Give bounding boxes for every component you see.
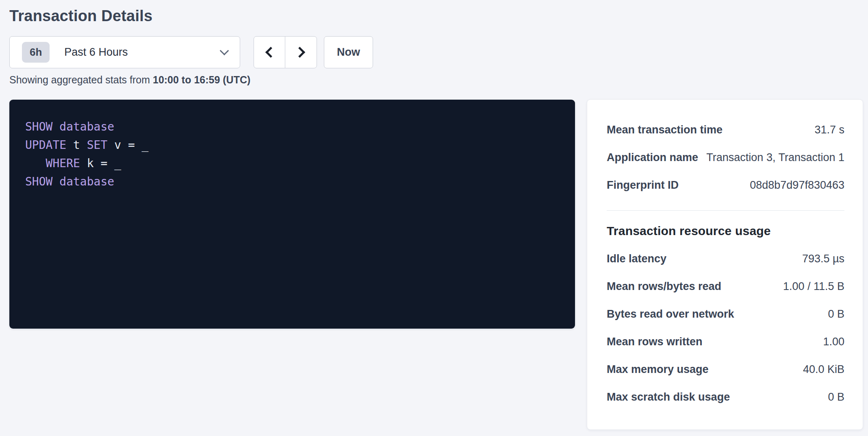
aggregation-window-range: 10:00 to 16:59 (UTC) (153, 74, 250, 85)
detail-label: Fingerprint ID (607, 179, 687, 192)
chevron-right-icon (294, 47, 305, 58)
sql-keyword: SHOW (25, 175, 52, 188)
detail-value: 1.00 / 11.5 B (783, 280, 844, 293)
now-button[interactable]: Now (324, 36, 373, 68)
time-range-dropdown[interactable]: 6h Past 6 Hours (9, 36, 240, 68)
sql-line: UPDATE t SET v = _ (25, 136, 563, 154)
sql-line: WHERE k = _ (25, 154, 563, 172)
sql-text (25, 157, 46, 170)
detail-value: 0 B (828, 308, 844, 320)
sql-keyword: database (59, 120, 114, 133)
detail-value: 31.7 s (814, 124, 844, 136)
detail-label: Idle latency (607, 253, 675, 265)
sql-keyword: database (59, 175, 114, 188)
table-row: Mean transaction time 31.7 s (607, 116, 844, 144)
sql-text: v = _ (107, 138, 148, 152)
resource-usage-heading: Transaction resource usage (607, 220, 844, 242)
chevron-down-icon (220, 46, 229, 55)
detail-value: 1.00 (823, 336, 844, 348)
table-row: Idle latency 793.5 µs (607, 245, 844, 272)
table-row: Mean rows written 1.00 (607, 328, 844, 355)
table-row: Max scratch disk usage 0 B (607, 383, 844, 411)
sql-keyword: SHOW (25, 120, 52, 133)
next-time-window-button[interactable] (285, 37, 317, 68)
sql-line: SHOW database (25, 172, 563, 191)
page-title: Transaction Details (9, 7, 152, 25)
detail-label: Mean rows/bytes read (607, 280, 729, 293)
sql-text: k = _ (80, 157, 121, 170)
detail-value: 0 B (828, 391, 844, 403)
detail-label: Max memory usage (607, 363, 717, 376)
detail-value: 08d8b7d97f830463 (750, 179, 844, 192)
prev-time-window-button[interactable] (254, 37, 285, 68)
detail-label: Application name (607, 151, 706, 164)
sql-text: t (66, 138, 87, 152)
detail-value: Transaction 3, Transaction 1 (706, 151, 844, 164)
aggregation-window-text: Showing aggregated stats from 10:00 to 1… (9, 74, 250, 86)
transaction-details-page: Transaction Details 6h Past 6 Hours Now … (0, 0, 868, 436)
time-range-badge: 6h (22, 42, 50, 63)
time-range-label: Past 6 Hours (64, 46, 221, 59)
detail-label: Mean rows written (607, 336, 711, 348)
table-row: Mean rows/bytes read 1.00 / 11.5 B (607, 272, 844, 300)
sql-keyword: WHERE (46, 157, 80, 170)
table-row: Bytes read over network 0 B (607, 300, 844, 328)
sql-text (52, 120, 59, 133)
card-divider (607, 210, 844, 211)
aggregation-window-prefix: Showing aggregated stats from (9, 74, 153, 85)
detail-label: Bytes read over network (607, 308, 742, 320)
sql-line: SHOW database (25, 118, 563, 136)
table-row: Max memory usage 40.0 KiB (607, 355, 844, 383)
detail-value: 793.5 µs (802, 253, 844, 265)
chevron-left-icon (265, 47, 276, 58)
detail-label: Max scratch disk usage (607, 391, 738, 403)
detail-value: 40.0 KiB (803, 363, 844, 376)
time-window-arrows (254, 36, 317, 68)
sql-keyword: SET (87, 138, 108, 152)
table-row: Application name Transaction 3, Transact… (607, 144, 844, 171)
table-row: Fingerprint ID 08d8b7d97f830463 (607, 171, 844, 199)
sql-keyword: UPDATE (25, 138, 66, 152)
sql-text (52, 175, 59, 188)
transaction-summary-card: Mean transaction time 31.7 s Application… (587, 99, 863, 430)
detail-label: Mean transaction time (607, 124, 731, 136)
time-picker-controls: 6h Past 6 Hours Now (0, 36, 868, 68)
transaction-sql-statements: SHOW database UPDATE t SET v = _ WHERE k… (9, 100, 575, 329)
